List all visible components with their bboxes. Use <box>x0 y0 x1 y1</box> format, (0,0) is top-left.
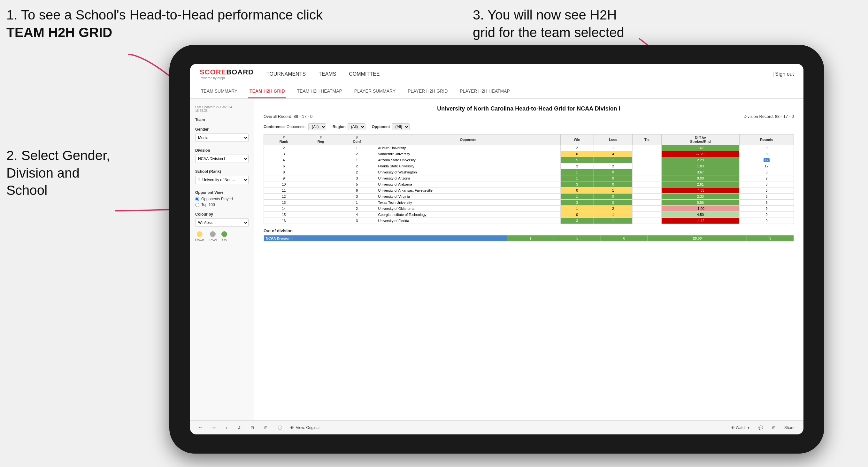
cell-rounds: 3 <box>740 193 794 200</box>
tab-player-summary[interactable]: PLAYER SUMMARY <box>353 85 397 98</box>
grid-button[interactable]: ⊞ <box>261 424 270 431</box>
cell-opponent: Vanderbilt University <box>376 151 560 157</box>
cell-win: 5 <box>560 157 594 163</box>
cell-tie <box>632 193 661 200</box>
tab-player-h2h-grid[interactable]: PLAYER H2H GRID <box>406 85 449 98</box>
tab-team-summary[interactable]: TEAM SUMMARY <box>200 85 239 98</box>
legend-down-label: Down <box>195 238 204 242</box>
cell-conf: 3 <box>338 218 376 224</box>
sign-out-button[interactable]: | Sign out <box>773 71 794 77</box>
undo-button[interactable]: ↩ <box>196 424 205 431</box>
comment-button[interactable]: 💬 <box>756 424 766 431</box>
cell-win: 3 <box>560 200 594 206</box>
cell-reg <box>304 157 338 163</box>
cell-diff: 4.50 <box>661 212 740 218</box>
step3-text: 3. You will now see H2H grid for the tea… <box>473 7 624 40</box>
radio-top100-input[interactable] <box>195 203 199 207</box>
radio-top100[interactable]: Top 100 <box>195 203 249 207</box>
clock-button[interactable]: 🕐 <box>275 424 285 431</box>
cell-rounds: 9 <box>740 218 794 224</box>
legend-down-dot <box>197 231 203 237</box>
logo-text: SCOREBOARD <box>200 68 254 76</box>
refresh-button[interactable]: ↺ <box>235 424 243 431</box>
school-select[interactable]: 1. University of Nort... <box>195 176 249 184</box>
back-button[interactable]: ‹ <box>223 424 230 431</box>
out-of-division-row: NCAA Division II 1 0 0 26.00 3 <box>264 236 794 242</box>
division-select[interactable]: NCAA Division INCAA Division IINCAA Divi… <box>195 155 249 163</box>
tab-team-h2h-heatmap[interactable]: TEAM H2H HEATMAP <box>296 85 343 98</box>
nav-links: TOURNAMENTS TEAMS COMMITTEE <box>267 69 773 80</box>
th-diff: Diff AvStrokes/Rnd <box>661 134 740 145</box>
main-content: Last Updated: 27/03/2024 16:55:38 Team G… <box>190 99 803 421</box>
cell-loss: 1 <box>594 212 632 218</box>
cell-opponent: Arizona State University <box>376 157 560 163</box>
annotation-step1: 1. To see a School's Head-to-Head perfor… <box>6 6 323 41</box>
ood-rounds: 3 <box>747 236 794 242</box>
step1-bold: TEAM H2H GRID <box>6 25 112 40</box>
cell-reg <box>304 175 338 181</box>
cell-tie <box>632 175 661 181</box>
conference-select[interactable]: (All) <box>308 123 326 130</box>
cell-rank: 6 <box>264 163 304 169</box>
cell-diff: -2.29 <box>661 151 740 157</box>
opponent-view-label: Opponent View <box>195 190 249 195</box>
cell-reg <box>304 193 338 200</box>
nav-tournaments[interactable]: TOURNAMENTS <box>267 69 306 80</box>
conference-filter-label: Conference <box>264 125 285 129</box>
cell-loss: 0 <box>594 169 632 175</box>
opponent-select[interactable]: (All) <box>392 123 409 130</box>
th-reg: #Reg <box>304 134 338 145</box>
cell-rank: 15 <box>264 212 304 218</box>
cell-loss: 0 <box>594 181 632 187</box>
opponent-filter-label: Opponent <box>372 125 390 129</box>
tab-player-h2h-heatmap[interactable]: PLAYER H2H HEATMAP <box>459 85 511 98</box>
cell-rounds: 9 <box>740 206 794 212</box>
cell-diff: -4.33 <box>661 187 740 193</box>
table-row: 3 2 Vanderbilt University 0 4 -2.29 8 <box>264 151 794 157</box>
share-btn[interactable]: ⊞ <box>770 424 778 431</box>
radio-opponents-played-input[interactable] <box>195 197 199 201</box>
grid-area: University of North Carolina Head-to-Hea… <box>254 99 803 421</box>
share-label-button[interactable]: Share <box>782 424 797 431</box>
colour-by-select[interactable]: Win/loss <box>195 218 249 227</box>
cell-win: 0 <box>560 187 594 193</box>
crop-button[interactable]: ⊡ <box>248 424 256 431</box>
ood-diff: 26.00 <box>648 236 747 242</box>
nav-committee[interactable]: COMMITTEE <box>349 69 379 80</box>
cell-win: 3 <box>560 181 594 187</box>
cell-tie <box>632 169 661 175</box>
cell-rounds: 9 <box>740 212 794 218</box>
cell-opponent: University of Florida <box>376 218 560 224</box>
gender-select[interactable]: Men'sWomen's <box>195 133 249 142</box>
cell-loss: 1 <box>594 157 632 163</box>
out-of-division-label: Out of division <box>264 228 794 233</box>
watch-button[interactable]: 👁 Watch ▾ <box>728 424 752 431</box>
opponent-view-group: Opponents Played Top 100 <box>195 197 249 207</box>
ood-win: 1 <box>507 236 554 242</box>
cell-tie <box>632 200 661 206</box>
ood-tie: 0 <box>601 236 648 242</box>
filter-conference: Conference Opponents: (All) <box>264 123 326 130</box>
nav-teams[interactable]: TEAMS <box>318 69 336 80</box>
legend-down: Down <box>195 231 204 242</box>
data-table: #Rank #Reg #Conf Opponent Win Loss Tie D… <box>264 134 794 224</box>
tab-team-h2h-grid[interactable]: TEAM H2H GRID <box>248 85 286 98</box>
step1-text: 1. To see a School's Head-to-Head perfor… <box>6 7 323 22</box>
redo-button[interactable]: ↪ <box>210 424 218 431</box>
legend-level-label: Level <box>209 238 217 242</box>
region-select[interactable]: (All) <box>348 123 366 130</box>
cell-loss: 1 <box>594 218 632 224</box>
cell-rounds: 3 <box>740 187 794 193</box>
cell-reg <box>304 163 338 169</box>
th-opponent: Opponent <box>376 134 560 145</box>
cell-conf: 6 <box>338 187 376 193</box>
th-win: Win <box>560 134 594 145</box>
cell-conf: 2 <box>338 169 376 175</box>
radio-opponents-played[interactable]: Opponents Played <box>195 197 249 201</box>
cell-rank: 11 <box>264 187 304 193</box>
cell-rounds: 8 <box>740 181 794 187</box>
cell-conf: 5 <box>338 181 376 187</box>
cell-reg <box>304 212 338 218</box>
opponents-played-label: Opponents Played <box>201 197 233 201</box>
filter-region: Region (All) <box>333 123 366 130</box>
